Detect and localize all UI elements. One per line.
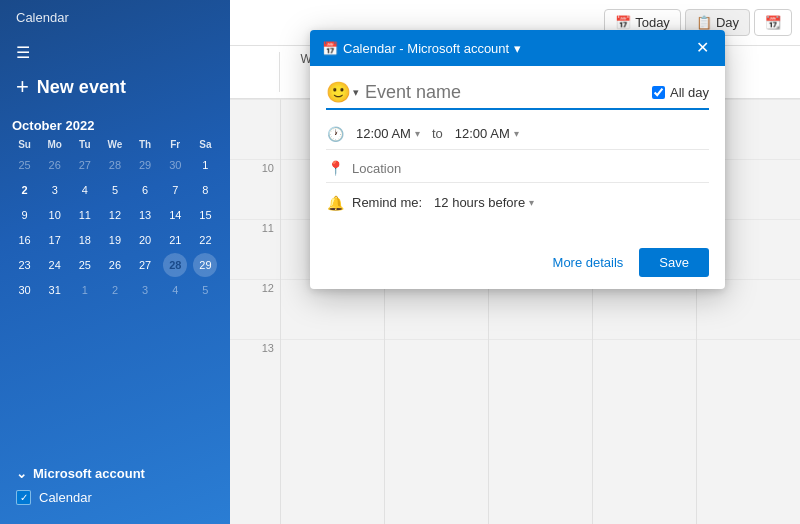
day-slot[interactable] bbox=[281, 339, 384, 399]
time-slot: 10 bbox=[230, 159, 280, 219]
remind-chevron-icon: ▾ bbox=[529, 197, 534, 208]
mini-cal-day[interactable]: 1 bbox=[73, 278, 97, 302]
mini-cal-day[interactable]: 26 bbox=[43, 153, 67, 177]
time-from-chevron-icon: ▾ bbox=[415, 128, 420, 139]
mini-cal-day[interactable]: 29 bbox=[193, 253, 217, 277]
mini-cal-day[interactable]: 5 bbox=[103, 178, 127, 202]
mini-cal-day[interactable]: 21 bbox=[163, 228, 187, 252]
mini-cal-day-label-su: Su bbox=[10, 137, 39, 152]
day-slot[interactable] bbox=[697, 339, 800, 399]
mini-cal-today[interactable]: 28 bbox=[163, 253, 187, 277]
mini-calendar: October 2022 Su Mo Tu We Th Fr Sa 25 26 … bbox=[0, 110, 230, 306]
location-input[interactable] bbox=[352, 161, 709, 176]
location-row: 📍 bbox=[326, 160, 709, 183]
event-name-input[interactable] bbox=[365, 82, 646, 103]
mini-cal-day[interactable]: 28 bbox=[103, 153, 127, 177]
modal-title-chevron: ▾ bbox=[514, 41, 521, 56]
mini-cal-day[interactable]: 25 bbox=[13, 153, 37, 177]
time-to-button[interactable]: 12:00 AM ▾ bbox=[451, 124, 523, 143]
mini-cal-day[interactable]: 19 bbox=[103, 228, 127, 252]
mini-cal-day[interactable]: 24 bbox=[43, 253, 67, 277]
sidebar-title: Calendar bbox=[0, 0, 230, 31]
modal-title-left: 📅 Calendar - Microsoft account ▾ bbox=[322, 41, 521, 56]
mini-cal-day[interactable]: 26 bbox=[103, 253, 127, 277]
mini-cal-day[interactable]: 27 bbox=[133, 253, 157, 277]
mini-cal-day[interactable]: 17 bbox=[43, 228, 67, 252]
mini-cal-day[interactable]: 7 bbox=[163, 178, 187, 202]
modal-body: 🙂 ▾ All day 🕐 12:00 AM ▾ bbox=[310, 66, 725, 240]
modal-calendar-icon: 📅 bbox=[322, 41, 338, 56]
mini-cal-day[interactable]: 15 bbox=[193, 203, 217, 227]
day-label: Day bbox=[716, 15, 739, 30]
main-area: 📅 Today 📋 Day 📆 Wednesday 28 Thursday 29… bbox=[230, 0, 800, 524]
mini-cal-day[interactable]: 30 bbox=[13, 278, 37, 302]
mini-cal-day[interactable]: 25 bbox=[73, 253, 97, 277]
new-event-label: New event bbox=[37, 77, 126, 98]
mini-cal-day[interactable]: 6 bbox=[133, 178, 157, 202]
mini-cal-day[interactable]: 5 bbox=[193, 278, 217, 302]
mini-cal-day[interactable]: 12 bbox=[103, 203, 127, 227]
mini-cal-day[interactable]: 10 bbox=[43, 203, 67, 227]
mini-cal-day[interactable]: 4 bbox=[73, 178, 97, 202]
day-slot[interactable] bbox=[385, 339, 488, 399]
save-button[interactable]: Save bbox=[639, 248, 709, 277]
mini-cal-day[interactable]: 16 bbox=[13, 228, 37, 252]
mini-cal-day[interactable]: 8 bbox=[193, 178, 217, 202]
allday-checkbox[interactable] bbox=[652, 86, 665, 99]
mini-cal-day[interactable]: 27 bbox=[73, 153, 97, 177]
modal-close-button[interactable]: ✕ bbox=[692, 38, 713, 58]
hamburger-icon[interactable]: ☰ bbox=[0, 31, 230, 66]
mini-cal-grid: Su Mo Tu We Th Fr Sa 25 26 27 28 29 30 1… bbox=[10, 137, 220, 302]
emoji-picker-button[interactable]: 🙂 ▾ bbox=[326, 80, 359, 104]
mini-cal-day[interactable]: 1 bbox=[193, 153, 217, 177]
mini-cal-day[interactable]: 22 bbox=[193, 228, 217, 252]
day-slot[interactable] bbox=[489, 339, 592, 399]
time-from-button[interactable]: 12:00 AM ▾ bbox=[352, 124, 424, 143]
mini-cal-day[interactable]: 29 bbox=[133, 153, 157, 177]
allday-label: All day bbox=[670, 85, 709, 100]
mini-cal-day-label-mo: Mo bbox=[40, 137, 69, 152]
mini-cal-day[interactable]: 30 bbox=[163, 153, 187, 177]
emoji-chevron-icon: ▾ bbox=[353, 86, 359, 99]
time-slot: 12 bbox=[230, 279, 280, 339]
mini-cal-day-label-we: We bbox=[100, 137, 129, 152]
remind-select-button[interactable]: 12 hours before ▾ bbox=[430, 193, 538, 212]
remind-value: 12 hours before bbox=[434, 195, 525, 210]
mini-cal-day[interactable]: 13 bbox=[133, 203, 157, 227]
calendar-item[interactable]: ✓ Calendar bbox=[16, 487, 214, 508]
remind-prefix: Remind me: bbox=[352, 195, 422, 210]
time-row: 🕐 12:00 AM ▾ to 12:00 AM ▾ bbox=[326, 124, 709, 150]
modal-titlebar: 📅 Calendar - Microsoft account ▾ ✕ bbox=[310, 30, 725, 66]
today-label: Today bbox=[635, 15, 670, 30]
mini-cal-month-year: October 2022 bbox=[10, 114, 220, 137]
mini-cal-day[interactable]: 11 bbox=[73, 203, 97, 227]
mini-cal-day[interactable]: 3 bbox=[43, 178, 67, 202]
new-event-button[interactable]: + New event bbox=[0, 66, 230, 110]
mini-cal-day[interactable]: 2 bbox=[13, 178, 37, 202]
modal-title-text: Calendar - Microsoft account bbox=[343, 41, 509, 56]
more-details-button[interactable]: More details bbox=[545, 249, 632, 276]
mini-cal-day[interactable]: 31 bbox=[43, 278, 67, 302]
mini-cal-day[interactable]: 4 bbox=[163, 278, 187, 302]
account-header[interactable]: ⌄ Microsoft account bbox=[16, 466, 214, 487]
mini-cal-day[interactable]: 3 bbox=[133, 278, 157, 302]
save-label: Save bbox=[659, 255, 689, 270]
mini-cal-day[interactable]: 9 bbox=[13, 203, 37, 227]
day-slot[interactable] bbox=[593, 339, 696, 399]
time-to-label: to bbox=[432, 126, 443, 141]
mini-cal-day[interactable]: 2 bbox=[103, 278, 127, 302]
time-from-value: 12:00 AM bbox=[356, 126, 411, 141]
mini-cal-day[interactable]: 18 bbox=[73, 228, 97, 252]
modal-footer: More details Save bbox=[310, 240, 725, 289]
bell-icon: 🔔 bbox=[326, 195, 344, 211]
mini-cal-day-label-tu: Tu bbox=[70, 137, 99, 152]
mini-cal-day[interactable]: 20 bbox=[133, 228, 157, 252]
mini-cal-day[interactable]: 23 bbox=[13, 253, 37, 277]
mini-cal-day[interactable]: 14 bbox=[163, 203, 187, 227]
calendar-name: Calendar bbox=[39, 490, 92, 505]
emoji-icon: 🙂 bbox=[326, 80, 351, 104]
calendar-checkbox[interactable]: ✓ bbox=[16, 490, 31, 505]
more-views-button[interactable]: 📆 bbox=[754, 9, 792, 36]
time-slot bbox=[230, 99, 280, 159]
time-slot: 11 bbox=[230, 219, 280, 279]
